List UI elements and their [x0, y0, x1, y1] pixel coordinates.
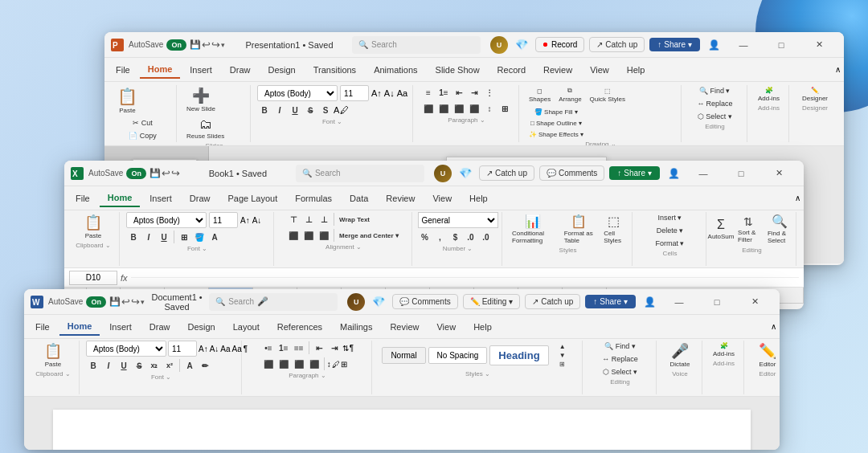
italic-button[interactable]: I [272, 103, 287, 117]
word-tab-mailings[interactable]: Mailings [332, 319, 380, 335]
xl-underline-button[interactable]: U [157, 230, 171, 244]
xl-center-align-btn[interactable]: ⬛ [301, 228, 316, 243]
accessibility-icon[interactable]: 👤 [644, 296, 656, 308]
word-numbering-btn[interactable]: 1≡ [276, 341, 291, 355]
word-acenter-btn[interactable]: ⬛ [276, 357, 291, 371]
word-linespacing-btn[interactable]: ↕ [327, 360, 331, 369]
xl-tab-file[interactable]: File [68, 190, 98, 206]
designer-button[interactable]: ✏️ Designer [799, 85, 831, 104]
xl-left-align-btn[interactable]: ⬛ [286, 228, 301, 243]
indent-less-button[interactable]: ⇤ [452, 85, 466, 100]
maximize-button[interactable]: □ [763, 32, 800, 58]
word-find-btn[interactable]: 🔍 Find ▾ [599, 341, 641, 352]
save-icon[interactable]: 💾 [149, 168, 161, 178]
xl-wrap-text-btn[interactable]: Wrap Text [337, 212, 372, 226]
ppt-tab-record[interactable]: Record [489, 62, 534, 78]
font-color-icon[interactable]: A [334, 105, 339, 115]
xl-conditional-btn[interactable]: 📊 Conditional Formatting [509, 212, 558, 246]
word-minimize-button[interactable]: — [661, 289, 698, 315]
xl-comments-btn[interactable]: 💬 Comments [539, 165, 604, 181]
xl-italic-button[interactable]: I [141, 230, 156, 244]
fontsize-decrease-icon[interactable]: A↓ [384, 88, 395, 98]
xl-tab-review[interactable]: Review [378, 190, 423, 206]
more-icon[interactable]: ▾ [141, 298, 145, 306]
word-font-select[interactable]: Aptos (Body) [86, 341, 166, 357]
more-icon[interactable]: ▾ [221, 41, 225, 49]
word-search[interactable]: 🔍 Search 🎤 [209, 293, 338, 311]
word-bullets-btn[interactable]: •≡ [261, 341, 276, 355]
word-replace-btn[interactable]: ↔ Replace [599, 353, 641, 365]
word-borders-btn[interactable]: ⊞ [341, 360, 347, 369]
ppt-tab-help[interactable]: Help [619, 62, 653, 78]
xl-delete-btn[interactable]: Delete ▾ [652, 225, 687, 236]
accessibility-icon[interactable]: 👤 [708, 39, 720, 51]
arrange-button[interactable]: ⧉ Arrange [555, 85, 584, 104]
ppt-tab-slideshow[interactable]: Slide Show [428, 62, 488, 78]
xl-format-table-btn[interactable]: 📋 Format as Table [561, 212, 598, 246]
fontsize-increase-icon[interactable]: A↑ [199, 345, 208, 353]
shape-effects-btn[interactable]: ✨ Shape Effects ▾ [526, 129, 587, 140]
xl-catchup-btn[interactable]: ↗ Catch up [479, 165, 534, 181]
xl-search[interactable]: 🔍 Search [296, 165, 424, 182]
xl-mid-align-btn[interactable]: ⊥ [301, 212, 316, 226]
xl-font-select[interactable]: Aptos (Body) [126, 212, 207, 228]
word-style-nospacing[interactable]: No Spacing [428, 347, 488, 364]
close-button[interactable]: ✕ [800, 32, 837, 58]
word-styles-more-btn[interactable]: ⊞ [551, 360, 574, 368]
word-tab-design[interactable]: Design [179, 319, 223, 335]
accessibility-icon[interactable]: 👤 [668, 168, 680, 179]
xl-tab-formulas[interactable]: Formulas [287, 190, 340, 206]
word-outdent-btn[interactable]: ⇤ [312, 341, 326, 355]
word-sort-btn[interactable]: ⇅ [342, 344, 349, 353]
indent-more-button[interactable]: ⇥ [467, 85, 481, 100]
word-strikethrough-button[interactable]: S̶ [132, 358, 146, 373]
xl-cell-ref[interactable] [69, 271, 117, 285]
ppt-tab-transitions[interactable]: Transitions [305, 62, 364, 78]
underline-button[interactable]: U [288, 103, 302, 117]
xl-comma-btn[interactable]: , [433, 230, 448, 244]
ppt-share-btn[interactable]: ↑ Share ▾ [649, 38, 700, 51]
highlight-color-icon[interactable]: 🖊 [340, 105, 349, 115]
xl-find-btn[interactable]: 🔍 Find & Select [764, 212, 794, 246]
word-editing-btn[interactable]: ✏️ Editing ▾ [463, 294, 521, 309]
select-button[interactable]: ⬡ Select ▾ [694, 111, 735, 122]
ppt-ribbon-collapse[interactable]: ∧ [835, 65, 841, 74]
word-tab-draw[interactable]: Draw [141, 319, 178, 335]
ppt-font-size[interactable] [340, 85, 369, 101]
word-font-size[interactable] [168, 341, 197, 357]
xl-fill-color-btn[interactable]: 🪣 [192, 230, 207, 244]
ppt-font-select[interactable]: Aptos (Body) [257, 85, 338, 101]
xl-font-size[interactable] [209, 212, 238, 228]
redo-icon[interactable]: ↪ [131, 296, 140, 308]
addin-button[interactable]: 🧩 Add-ins [755, 85, 783, 104]
ppt-newslide-btn[interactable]: ➕ New Slide [183, 85, 219, 114]
shape-outline-btn[interactable]: □ Shape Outline ▾ [526, 118, 587, 129]
xl-tab-view[interactable]: View [424, 190, 460, 206]
word-avatar[interactable]: U [347, 293, 365, 311]
case-btn[interactable]: Aa [232, 345, 242, 353]
ppt-tab-view[interactable]: View [582, 62, 617, 78]
word-shading-btn[interactable]: 🖊 [332, 360, 340, 369]
minimize-button[interactable]: — [725, 32, 762, 58]
word-tab-view[interactable]: View [428, 319, 464, 335]
undo-icon[interactable]: ↩ [162, 167, 170, 179]
clear-format-icon[interactable]: Aa [220, 345, 230, 353]
word-styles-down-btn[interactable]: ▼ [551, 351, 574, 359]
word-share-btn[interactable]: ↑ Share ▾ [585, 295, 636, 308]
word-fontcolor-btn[interactable]: A [182, 358, 197, 373]
xl-percent-btn[interactable]: % [418, 230, 432, 244]
redo-icon[interactable]: ↪ [211, 39, 220, 51]
fontsize-increase-icon[interactable]: A↑ [371, 88, 382, 98]
word-comments-btn[interactable]: 💬 Comments [392, 294, 457, 309]
mic-icon[interactable]: 🎤 [257, 296, 268, 307]
numbering-button[interactable]: 1≡ [436, 85, 451, 100]
word-tab-insert[interactable]: Insert [101, 319, 140, 335]
ppt-tab-review[interactable]: Review [535, 62, 580, 78]
ppt-autosave-toggle[interactable]: On [166, 39, 186, 51]
quick-styles-button[interactable]: ⬚ Quick Styles [587, 86, 628, 104]
xl-tab-data[interactable]: Data [342, 190, 376, 206]
save-icon[interactable]: 💾 [190, 39, 201, 50]
word-styles-up-btn[interactable]: ▲ [551, 342, 574, 350]
word-tab-layout[interactable]: Layout [225, 319, 268, 335]
word-multilevel-btn[interactable]: ≡≡ [292, 341, 306, 355]
